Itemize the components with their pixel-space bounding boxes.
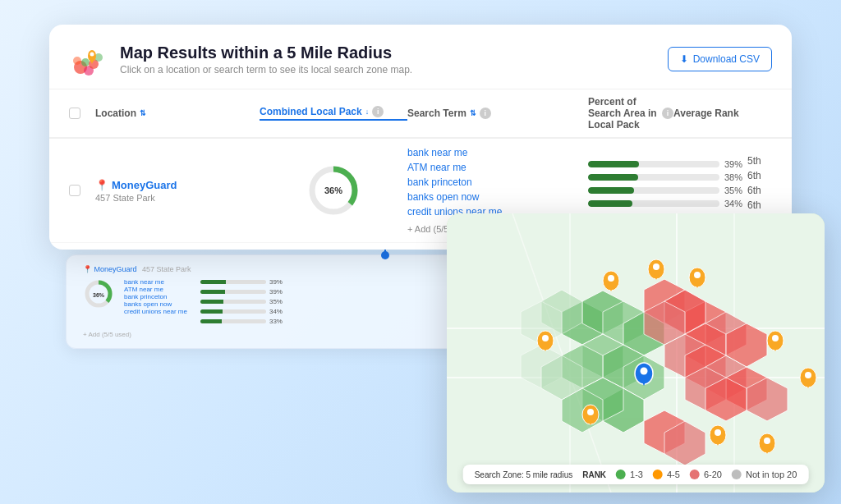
svg-point-76 xyxy=(805,372,811,378)
svg-point-55 xyxy=(608,275,614,282)
shadow-card: 📍 MoneyGuard 457 State Park 36% bank nea… xyxy=(66,254,509,349)
legend-item-4-5: 4-5 xyxy=(653,470,680,479)
bar-fill-2 xyxy=(588,187,634,194)
svg-point-8 xyxy=(90,53,94,57)
shadow-content: 36% bank near me ATM near me bank prince… xyxy=(83,278,492,328)
legend-label-red: 6-20 xyxy=(704,470,722,479)
svg-point-64 xyxy=(772,335,779,341)
col-location: Location ⇅ xyxy=(95,108,260,119)
rank-2: 6th xyxy=(747,185,792,196)
bar-pct-1: 38% xyxy=(724,172,747,182)
card-header: Map Results within a 5 Mile Radius Click… xyxy=(49,25,792,89)
info-icon-term[interactable]: i xyxy=(480,108,491,119)
select-all-checkbox[interactable] xyxy=(69,108,80,119)
bar-track-1 xyxy=(588,174,719,181)
map-card[interactable]: Search Zone: 5 mile radius RANK 1-3 4-5 … xyxy=(447,213,825,493)
legend-label-green: 1-3 xyxy=(630,470,643,479)
svg-point-82 xyxy=(542,335,549,341)
bar-pct-2: 35% xyxy=(724,186,747,195)
bar-track-0 xyxy=(588,161,719,167)
bar-row-0: 39% xyxy=(588,159,747,169)
legend-dot-red xyxy=(690,470,700,479)
col-avg-rank: Average Rank xyxy=(673,108,772,119)
col-search-term: Search Term ⇅ i xyxy=(407,108,588,119)
bar-fill-1 xyxy=(588,174,638,181)
shadow-location: 📍 MoneyGuard xyxy=(83,265,137,273)
bars-cell: 39% 38% 35% xyxy=(588,159,747,222)
search-term-3[interactable]: banks open now xyxy=(407,191,588,203)
bar-row-2: 35% xyxy=(588,186,747,195)
bar-track-2 xyxy=(588,187,719,194)
map-svg xyxy=(447,213,825,493)
svg-point-70 xyxy=(715,429,721,436)
bar-pct-3: 34% xyxy=(724,199,747,208)
svg-point-58 xyxy=(653,263,659,270)
map-legend: Search Zone: 5 mile radius RANK 1-3 4-5 … xyxy=(463,465,809,484)
donut-cell: 36% xyxy=(260,164,407,217)
search-term-1[interactable]: ATM near me xyxy=(407,162,588,173)
page-subtitle: Click on a location or search term to se… xyxy=(120,64,412,76)
location-address: 457 State Park xyxy=(95,193,260,203)
sort-icon-term[interactable]: ⇅ xyxy=(470,109,476,117)
sort-icon-location[interactable]: ⇅ xyxy=(140,109,146,117)
map-background: Search Zone: 5 mile radius RANK 1-3 4-5 … xyxy=(447,213,825,493)
legend-label-orange: 4-5 xyxy=(667,470,680,479)
shadow-bars: 39% 39% 35% 34% 33% xyxy=(200,278,283,328)
rank-3: 6th xyxy=(747,199,792,211)
rank-0: 5th xyxy=(747,155,792,167)
svg-point-2 xyxy=(73,57,81,65)
bar-row-1: 38% xyxy=(588,172,747,182)
svg-point-67 xyxy=(587,409,594,415)
bar-row-3: 34% xyxy=(588,199,747,208)
donut-label: 36% xyxy=(324,186,342,195)
legend-rank-label: RANK xyxy=(582,470,606,479)
sort-icon-clp[interactable]: ↓ xyxy=(365,108,370,116)
table-header: Location ⇅ Combined Local Pack ↓ i Searc… xyxy=(49,89,792,139)
donut-chart[interactable]: 36% xyxy=(307,164,360,217)
legend-item-6-20: 6-20 xyxy=(690,470,722,479)
svg-point-79 xyxy=(764,438,770,444)
info-icon-clp[interactable]: i xyxy=(372,106,384,117)
rank-1: 6th xyxy=(747,170,792,181)
search-term-0[interactable]: bank near me xyxy=(407,147,588,158)
svg-point-61 xyxy=(694,272,701,278)
info-icon-percent[interactable]: i xyxy=(662,108,673,119)
svg-text:36%: 36% xyxy=(93,292,105,298)
location-pin-icon: 📍 xyxy=(95,179,108,191)
location-cell: 📍 MoneyGuard 457 State Park xyxy=(95,179,260,203)
header-left: Map Results within a 5 Mile Radius Click… xyxy=(69,39,412,79)
connector-dot-bottom xyxy=(381,251,389,259)
download-icon: ⬇ xyxy=(680,53,688,65)
bar-fill-3 xyxy=(588,200,632,207)
legend-dot-orange xyxy=(653,470,663,479)
location-name[interactable]: 📍 MoneyGuard xyxy=(95,179,260,191)
header-text: Map Results within a 5 Mile Radius Click… xyxy=(120,44,412,76)
shadow-add-link: + Add (5/5 used) xyxy=(83,331,492,338)
legend-zone-label: Search Zone: 5 mile radius xyxy=(475,470,573,479)
col-combined-local-pack: Combined Local Pack ↓ i xyxy=(260,106,407,121)
bar-track-3 xyxy=(588,200,719,207)
legend-label-gray: Not in top 20 xyxy=(746,470,797,479)
row-checkbox[interactable] xyxy=(69,185,80,196)
shadow-donut: 36% xyxy=(83,278,114,309)
legend-dot-gray xyxy=(732,470,742,479)
svg-point-73 xyxy=(641,368,648,375)
search-term-2[interactable]: bank princeton xyxy=(407,176,588,188)
download-label: Download CSV xyxy=(693,53,760,65)
download-csv-button[interactable]: ⬇ Download CSV xyxy=(668,47,772,71)
bar-fill-0 xyxy=(588,161,639,167)
page-title: Map Results within a 5 Mile Radius xyxy=(120,44,412,62)
shadow-terms: bank near me ATM near me bank princeton … xyxy=(124,278,187,328)
legend-item-1-3: 1-3 xyxy=(616,470,643,479)
map-icon xyxy=(69,39,108,79)
bar-pct-0: 39% xyxy=(724,159,747,169)
col-percent: Percent of Search Area in Local Pack i xyxy=(588,96,673,131)
legend-dot-green xyxy=(616,470,626,479)
svg-point-3 xyxy=(81,58,90,66)
legend-item-not-top-20: Not in top 20 xyxy=(732,470,797,479)
